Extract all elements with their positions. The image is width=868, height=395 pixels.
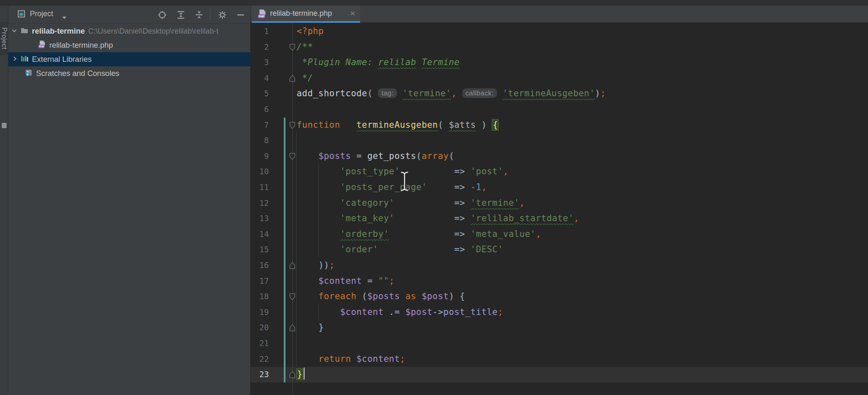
code-line-14[interactable]: 14 'orderby' => 'meta_value', (251, 227, 868, 242)
code-text[interactable]: )); (297, 258, 335, 273)
expand-all-icon[interactable] (176, 10, 186, 20)
line-number[interactable]: 8 (251, 133, 269, 149)
line-number[interactable]: 10 (251, 164, 269, 180)
window-top-edge (0, 0, 868, 5)
code-text[interactable]: 'meta_key' => 'relilab_startdate', (297, 211, 579, 227)
chevron-right-icon (12, 56, 17, 61)
line-number[interactable]: 11 (251, 180, 269, 195)
code-line-8[interactable]: 8 (251, 133, 868, 149)
code-line-6[interactable]: 6 (251, 102, 868, 117)
code-line-11[interactable]: 11 'posts_per_page' => -1, (251, 180, 868, 195)
code-editor[interactable]: 1<?php2/**3 *Plugin Name: relilab Termin… (251, 23, 868, 395)
code-line-7[interactable]: 7function termineAusgeben( $atts ) { (251, 117, 868, 133)
tab-relilab-termine-php[interactable]: PHP relilab-termine.php × (252, 5, 360, 23)
tree-item-relilab-termine[interactable]: relilab-termine C:\Users\Daniel\Desktop\… (8, 24, 251, 38)
code-line-21[interactable]: 21 (251, 336, 868, 351)
line-number[interactable]: 1 (251, 24, 269, 39)
code-text[interactable]: *Plugin Name: relilab Termine (297, 55, 460, 71)
code-line-4[interactable]: 4 */ (251, 71, 868, 86)
code-text[interactable]: <?php (297, 24, 324, 39)
code-text[interactable]: /** (297, 39, 313, 55)
php-file-icon: PHP (38, 40, 46, 49)
code-text[interactable]: 'post_type' => 'post', (297, 164, 509, 180)
line-number[interactable]: 15 (251, 242, 269, 258)
code-text[interactable]: 'order' => 'DESC' (297, 242, 503, 258)
line-number[interactable]: 12 (251, 195, 269, 211)
code-text[interactable]: } (297, 320, 324, 336)
line-number[interactable]: 3 (251, 55, 269, 71)
project-tree: relilab-termine C:\Users\Daniel\Desktop\… (8, 24, 251, 395)
line-number[interactable]: 5 (251, 86, 269, 102)
fold-start-icon[interactable] (289, 293, 295, 300)
project-panel-header: Project (8, 5, 250, 24)
code-line-18[interactable]: 18 foreach ($posts as $post) { (251, 289, 868, 305)
stripe-tool-icon[interactable] (2, 123, 7, 128)
code-line-12[interactable]: 12 'category' => 'termine', (251, 195, 868, 211)
code-text[interactable]: return $content; (297, 351, 405, 367)
code-line-10[interactable]: 10 'post_type' => 'post', (251, 164, 868, 180)
close-icon[interactable]: × (350, 8, 355, 18)
stripe-button-label: Project (0, 27, 8, 49)
code-line-19[interactable]: 19 $content .= $post->post_title; (251, 305, 868, 320)
code-text[interactable]: $posts = get_posts(array( (297, 149, 454, 164)
code-text[interactable]: */ (297, 71, 313, 86)
locate-icon[interactable] (157, 10, 167, 20)
fold-end-icon[interactable] (289, 324, 295, 332)
code-text[interactable]: foreach ($posts as $post) { (297, 289, 465, 305)
line-number[interactable]: 16 (251, 258, 269, 273)
code-line-16[interactable]: 16 )); (251, 258, 868, 273)
code-text[interactable]: 'posts_per_page' => -1, (297, 180, 487, 195)
code-text[interactable]: $content = ""; (297, 273, 395, 289)
fold-start-icon[interactable] (289, 122, 295, 129)
collapse-all-icon[interactable] (194, 10, 204, 20)
code-text[interactable]: 'orderby' => 'meta_value', (297, 227, 541, 242)
fold-end-icon[interactable] (289, 75, 295, 82)
line-number[interactable]: 20 (251, 320, 269, 336)
project-panel-title[interactable]: Project (30, 10, 53, 18)
fold-start-icon[interactable] (289, 44, 295, 51)
stripe-button-project[interactable]: Project (0, 22, 8, 55)
hide-panel-icon[interactable] (236, 10, 246, 20)
fold-start-icon[interactable] (289, 153, 295, 160)
line-number[interactable]: 17 (251, 273, 269, 289)
line-number[interactable]: 2 (251, 39, 269, 55)
code-line-23[interactable]: 23} (251, 367, 868, 383)
tab-label: relilab-termine.php (270, 9, 332, 18)
tool-window-stripe: Project (0, 5, 8, 395)
tree-item-scratches-and-consoles[interactable]: Scratches and Consoles (8, 66, 251, 80)
line-number[interactable]: 9 (251, 149, 269, 164)
code-text[interactable]: } (297, 367, 303, 383)
line-number[interactable]: 13 (251, 211, 269, 227)
code-text[interactable]: function termineAusgeben( $atts ) { (297, 117, 498, 133)
code-text[interactable]: add_shortcode( tag: 'termine', callback:… (297, 86, 606, 102)
code-line-17[interactable]: 17 $content = ""; (251, 273, 868, 289)
code-line-1[interactable]: 1<?php (251, 24, 868, 39)
code-text[interactable]: 'category' => 'termine', (297, 195, 525, 211)
chevron-down-icon[interactable] (62, 13, 66, 21)
line-number[interactable]: 19 (251, 305, 269, 320)
line-number[interactable]: 22 (251, 351, 269, 367)
line-number[interactable]: 7 (251, 117, 269, 133)
tree-item-external-libraries[interactable]: External Libraries (8, 52, 251, 66)
settings-icon[interactable] (217, 10, 227, 20)
line-number[interactable]: 18 (251, 289, 269, 305)
code-line-22[interactable]: 22 return $content; (251, 351, 868, 367)
line-number[interactable]: 6 (251, 102, 269, 117)
code-line-20[interactable]: 20 } (251, 320, 868, 336)
line-number[interactable]: 4 (251, 71, 269, 86)
editor-tab-bar: PHP relilab-termine.php × (251, 5, 868, 23)
code-line-9[interactable]: 9 $posts = get_posts(array( (251, 149, 868, 164)
code-text[interactable]: $content .= $post->post_title; (297, 305, 503, 320)
tree-item-relilab-termine-php[interactable]: PHPrelilab-termine.php (8, 38, 251, 52)
code-line-13[interactable]: 13 'meta_key' => 'relilab_startdate', (251, 211, 868, 227)
line-number[interactable]: 14 (251, 227, 269, 242)
fold-end-icon[interactable] (289, 262, 295, 269)
fold-end-icon[interactable] (289, 371, 295, 378)
code-line-5[interactable]: 5add_shortcode( tag: 'termine', callback… (251, 86, 868, 102)
line-number[interactable]: 21 (251, 336, 269, 351)
line-number[interactable]: 23 (251, 367, 269, 383)
code-line-15[interactable]: 15 'order' => 'DESC' (251, 242, 868, 258)
folder-icon (20, 27, 29, 34)
code-line-3[interactable]: 3 *Plugin Name: relilab Termine (251, 55, 868, 71)
code-line-2[interactable]: 2/** (251, 39, 868, 55)
